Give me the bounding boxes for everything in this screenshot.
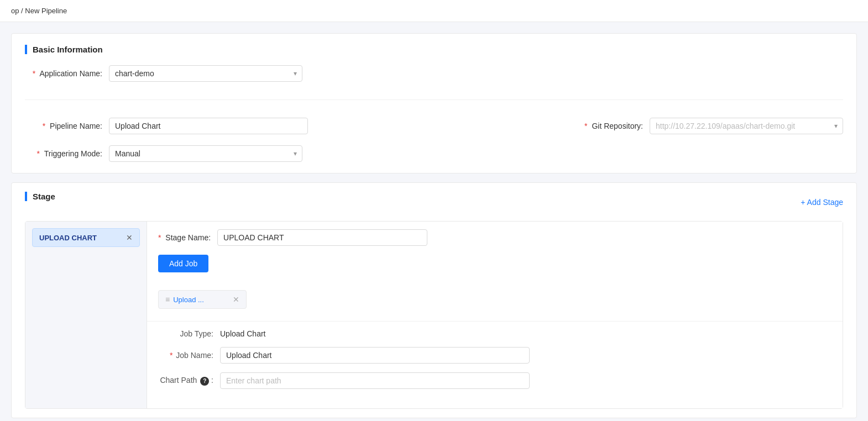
pipeline-name-label: * Pipeline Name: xyxy=(25,122,102,130)
job-type-row: Job Type: Upload Chart xyxy=(158,329,832,338)
breadcrumb-parent[interactable]: op xyxy=(11,7,19,15)
trigger-row: * Triggering Mode: Manual xyxy=(25,145,843,162)
stage-title: Stage xyxy=(25,192,55,201)
app-name-select[interactable]: chart-demo xyxy=(109,65,302,82)
git-repo-select[interactable]: http://10.27.22.109/apaas/chart-demo.git xyxy=(650,118,843,134)
job-name-row: * Job Name: xyxy=(158,347,832,364)
stage-header: Stage + Add Stage xyxy=(25,192,843,212)
stage-tab-label: UPLOAD CHART xyxy=(39,234,97,242)
job-label: ≡ Upload ... xyxy=(165,295,204,304)
job-detail-section: Job Type: Upload Chart * Job Name: xyxy=(147,322,843,406)
chart-path-help-icon[interactable]: ? xyxy=(200,377,209,386)
pipeline-git-row: * Pipeline Name: * Git Repository: http:… xyxy=(25,118,843,134)
job-item-text: Upload ... xyxy=(173,296,204,304)
stage-name-section: * Stage Name: Add Job ≡ Upload ... xyxy=(147,222,843,322)
breadcrumb-current: New Pipeline xyxy=(25,7,67,15)
job-name-input[interactable] xyxy=(220,347,530,364)
drag-icon: ≡ xyxy=(165,295,170,304)
stage-tab-upload-chart[interactable]: UPLOAD CHART ✕ xyxy=(32,228,140,247)
git-repo-label: * Git Repository: xyxy=(566,122,643,130)
stage-name-input[interactable] xyxy=(217,229,427,246)
trigger-select-wrapper: Manual xyxy=(109,145,302,162)
app-name-select-wrapper: chart-demo xyxy=(109,65,302,82)
add-stage-button[interactable]: + Add Stage xyxy=(801,198,843,207)
add-job-button[interactable]: Add Job xyxy=(158,255,208,272)
chart-path-label: Chart Path ? : xyxy=(158,376,213,386)
stage-tabs-panel: UPLOAD CHART ✕ xyxy=(25,222,147,408)
git-repo-select-wrapper: http://10.27.22.109/apaas/chart-demo.git xyxy=(650,118,843,134)
job-name-label: * Job Name: xyxy=(158,351,213,360)
app-name-row: * Application Name: chart-demo xyxy=(25,65,843,82)
job-list-item[interactable]: ≡ Upload ... ✕ xyxy=(158,290,247,309)
breadcrumb-bar: op / New Pipeline xyxy=(0,0,868,22)
trigger-label: * Triggering Mode: xyxy=(25,149,102,158)
stage-tab-close-icon[interactable]: ✕ xyxy=(126,233,133,242)
basic-info-section: Basic Information * Application Name: ch… xyxy=(11,33,857,173)
stage-name-label: * Stage Name: xyxy=(158,233,211,242)
app-name-label: * Application Name: xyxy=(25,69,102,78)
trigger-select[interactable]: Manual xyxy=(109,145,302,162)
required-star: * xyxy=(33,69,35,78)
breadcrumb-separator: / xyxy=(21,7,23,15)
divider xyxy=(25,99,843,100)
stage-content: UPLOAD CHART ✕ * Stage Name: xyxy=(25,221,843,409)
job-section: Add Job ≡ Upload ... ✕ xyxy=(158,255,832,313)
job-type-value: Upload Chart xyxy=(220,329,266,338)
basic-info-title: Basic Information xyxy=(25,45,843,54)
stage-section: Stage + Add Stage UPLOAD CHART ✕ * Stag xyxy=(11,182,857,418)
job-type-label: Job Type: xyxy=(158,329,213,338)
pipeline-name-input[interactable] xyxy=(109,118,308,134)
chart-path-row: Chart Path ? : xyxy=(158,372,832,389)
stage-name-row: * Stage Name: xyxy=(158,229,832,246)
stage-right-panel: * Stage Name: Add Job ≡ Upload ... xyxy=(147,222,843,408)
job-remove-icon[interactable]: ✕ xyxy=(233,295,239,304)
chart-path-input[interactable] xyxy=(220,372,530,389)
